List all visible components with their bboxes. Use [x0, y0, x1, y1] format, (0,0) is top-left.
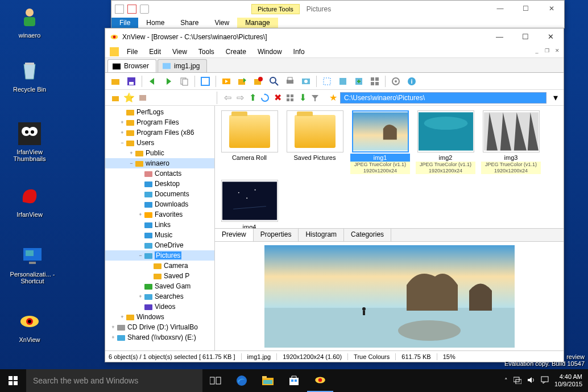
menu-window[interactable]: Window [252, 47, 288, 57]
search-icon[interactable] [267, 75, 281, 88]
tray-network-icon[interactable] [514, 376, 521, 385]
tree-node[interactable]: Videos [105, 302, 214, 312]
tree-node[interactable]: Saved Gam [105, 281, 214, 291]
qat-icon[interactable] [140, 5, 149, 14]
explorer-icon[interactable] [255, 369, 281, 392]
menu-create[interactable]: Create [220, 47, 252, 57]
tree-node[interactable]: Contacts [105, 168, 214, 179]
nav-view-icon[interactable] [284, 92, 296, 104]
open-icon[interactable] [109, 75, 122, 88]
tree-node[interactable]: +Program Files (x86 [105, 127, 214, 138]
back-icon[interactable] [146, 75, 159, 88]
maximize-button[interactable]: ☐ [512, 28, 538, 44]
tree-node[interactable]: Documents [105, 189, 214, 199]
tab-properties[interactable]: Properties [254, 229, 299, 241]
desktop-icon-irfanview-thumb[interactable]: IrfanView Thumbnails [9, 122, 51, 162]
fullscreen-icon[interactable] [198, 75, 212, 88]
store-icon[interactable] [281, 369, 307, 392]
tree-node[interactable]: +CD Drive (D:) VirtualBo [105, 322, 214, 332]
copy2-icon[interactable] [336, 75, 350, 88]
nav-sort-icon[interactable]: ⬇ [297, 92, 308, 104]
edge-icon[interactable] [229, 369, 255, 392]
expand-icon[interactable]: + [110, 335, 117, 340]
tray-notifications-icon[interactable] [541, 376, 549, 385]
tree-node[interactable]: −winaero [105, 158, 214, 168]
tree-node[interactable]: OneDrive [105, 240, 214, 250]
nav-back-icon[interactable]: ⇦ [222, 92, 233, 104]
nav-refresh-icon[interactable] [259, 92, 271, 104]
qat-icon[interactable] [127, 5, 136, 14]
tree-node[interactable]: Downloads [105, 199, 214, 209]
expand-icon[interactable]: + [110, 324, 117, 330]
desktop-icon-winaero[interactable]: winaero [9, 6, 51, 39]
print-icon[interactable] [283, 75, 297, 88]
expand-icon[interactable]: − [128, 160, 135, 166]
xnview-taskbar-icon[interactable] [307, 369, 333, 392]
nav-forward-icon[interactable]: ⇨ [234, 92, 246, 104]
desktop-icon-irfanview[interactable]: IrfanView [9, 185, 51, 218]
copy-icon[interactable] [177, 75, 191, 88]
thumbnail-img1[interactable]: img1JPEG TrueColor (v1.1)1920x1200x24 [350, 110, 410, 174]
tree-node[interactable]: Music [105, 230, 214, 240]
taskbar-search[interactable]: Search the web and Windows [26, 369, 202, 392]
qat-icon[interactable] [115, 5, 124, 14]
menu-file[interactable]: File [121, 47, 143, 57]
paste-icon[interactable] [352, 75, 366, 88]
tree-node[interactable]: Links [105, 220, 214, 230]
about-icon[interactable]: i [405, 75, 419, 88]
acquire-icon[interactable] [299, 75, 313, 88]
tab-image[interactable]: img1.jpg [158, 59, 207, 72]
picture-tools-tab[interactable]: Picture Tools [251, 4, 300, 14]
save-icon[interactable] [125, 75, 138, 88]
address-dropdown-icon[interactable]: ▾ [550, 92, 561, 104]
tab-categories[interactable]: Categories [344, 229, 391, 241]
thumbnail-img4[interactable]: img4 [220, 180, 279, 228]
taskbar-clock[interactable]: 4:40 AM 10/9/2015 [554, 373, 582, 388]
minimize-button[interactable]: — [487, 1, 513, 16]
mdi-close-icon[interactable]: ✕ [553, 47, 561, 55]
tree-node[interactable]: +Shared (\\vboxsrv) (E:) [105, 332, 214, 343]
thumbnail-camera-roll[interactable]: Camera Roll [220, 110, 279, 174]
expand-icon[interactable]: + [119, 314, 126, 320]
tree-fav-icon[interactable]: ⭐ [123, 92, 135, 104]
mdi-minimize-icon[interactable]: _ [533, 47, 541, 55]
task-view-icon[interactable] [202, 369, 229, 392]
expand-icon[interactable]: − [119, 140, 126, 146]
tray-chevron-icon[interactable]: ˄ [504, 377, 508, 385]
thumbnail-saved-pictures[interactable]: Saved Pictures [285, 110, 345, 174]
forward-icon[interactable] [162, 75, 175, 88]
desktop-icon-xnview[interactable]: XnView [9, 310, 51, 343]
tree-node[interactable]: PerfLogs [105, 107, 214, 117]
maximize-button[interactable]: ☐ [513, 1, 539, 16]
expand-icon[interactable]: − [137, 253, 144, 258]
expand-icon[interactable]: + [119, 130, 126, 135]
nav-filter-icon[interactable] [309, 92, 321, 104]
tray-volume-icon[interactable] [527, 376, 535, 385]
thumbnail-img3[interactable]: img3JPEG TrueColor (v1.1)1920x1200x24 [481, 110, 541, 174]
expand-icon[interactable]: + [128, 150, 135, 156]
desktop-icon-personalization[interactable]: Personalizati... - Shortcut [9, 245, 56, 284]
mdi-restore-icon[interactable]: ❐ [543, 47, 551, 55]
expand-icon[interactable]: + [137, 212, 144, 217]
tree-node[interactable]: −Pictures [105, 250, 214, 261]
thumbnail-img2[interactable]: img2JPEG TrueColor (v1.1)1920x1200x24 [416, 110, 475, 174]
convert-icon[interactable] [235, 75, 249, 88]
nav-stop-icon[interactable]: ✖ [272, 92, 283, 104]
tree-up-icon[interactable] [110, 92, 121, 104]
tree-node[interactable]: −Users [105, 138, 214, 148]
menu-view[interactable]: View [167, 47, 193, 57]
address-bar[interactable]: C:\Users\winaero\Pictures\ [340, 92, 546, 104]
tree-node[interactable]: +Program Files [105, 117, 214, 127]
tree-node[interactable]: +Public [105, 148, 214, 158]
close-button[interactable]: ✕ [539, 1, 564, 16]
nav-star-icon[interactable]: ★ [328, 92, 339, 104]
xnview-titlebar[interactable]: XnView - [Browser - C:\Users\winaero\Pic… [105, 28, 564, 46]
tree-node[interactable]: +Favorites [105, 209, 214, 220]
minimize-button[interactable]: — [487, 28, 512, 44]
start-button[interactable] [0, 369, 26, 392]
slideshow-icon[interactable] [220, 75, 233, 88]
expand-icon[interactable]: + [119, 119, 126, 125]
preview-pane[interactable] [215, 242, 564, 350]
settings-icon[interactable] [389, 75, 403, 88]
nav-up-icon[interactable]: ⬆ [247, 92, 258, 104]
